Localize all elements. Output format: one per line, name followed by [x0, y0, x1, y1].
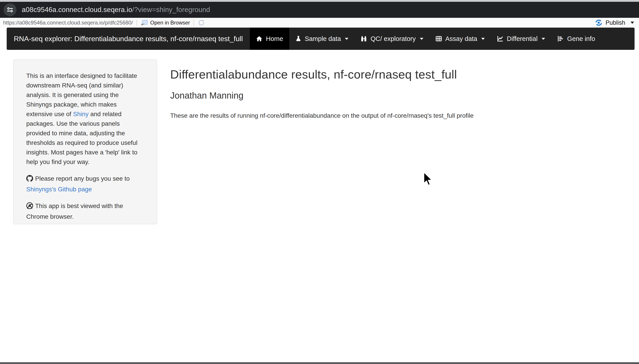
url-path: /?view=shiny_foreground	[132, 6, 210, 14]
intro-paragraph: This is an interface designed to facilit…	[26, 71, 144, 167]
shinyngs-github-link[interactable]: Shinyngs's Github page	[26, 186, 92, 193]
github-icon	[26, 175, 33, 184]
nav-item-assay-data[interactable]: Assay data	[430, 28, 491, 50]
nav-item-qc-exploratory[interactable]: QC/ exploratory	[354, 28, 429, 50]
chrome-icon	[26, 202, 33, 212]
table-icon	[436, 36, 442, 42]
url-host: a08c9546a.connect.cloud.seqera.io	[22, 6, 132, 14]
address-text[interactable]: a08c9546a.connect.cloud.seqera.io/?view=…	[22, 6, 210, 14]
line-chart-icon	[497, 36, 504, 42]
refresh-button[interactable]	[198, 19, 205, 26]
nav-item-gene-info[interactable]: Gene info	[551, 28, 601, 50]
page-description: These are the results of running nf-core…	[170, 112, 517, 119]
mouse-cursor	[422, 172, 435, 186]
page-title: Differentialabundance results, nf-core/r…	[170, 68, 517, 81]
flask-icon	[295, 36, 302, 42]
intro-text-after: and related packages. Use the various pa…	[26, 110, 138, 165]
browser-url-bar[interactable]: a08c9546a.connect.cloud.seqera.io/?view=…	[0, 2, 639, 18]
open-in-browser-icon	[140, 19, 148, 26]
nav-item-label: Differential	[507, 35, 538, 42]
window-bottom-edge	[0, 362, 639, 364]
tune-icon	[6, 6, 14, 14]
chrome-note-text: This app is best viewed with the Chrome …	[26, 202, 123, 220]
nav-item-label: Gene info	[567, 35, 595, 42]
navbar-brand[interactable]: RNA-seq explorer: Differentialabundance …	[7, 28, 250, 50]
nav-item-label: Home	[266, 35, 283, 42]
deployed-app-url: https://a08c9546a.connect.cloud.seqera.i…	[3, 20, 133, 26]
chrome-note-paragraph: This app is best viewed with the Chrome …	[26, 201, 144, 222]
nav-items: Home Sample data QC/ exploratory	[250, 28, 601, 50]
publish-caret-icon[interactable]	[630, 22, 634, 24]
chevron-down-icon	[420, 38, 424, 40]
bug-report-paragraph: Please report any bugs you see to Shinyn…	[26, 174, 144, 194]
window-top-edge	[0, 0, 639, 2]
nav-item-label: Assay data	[446, 35, 477, 42]
home-icon	[256, 36, 262, 42]
toolbar-separator	[136, 19, 137, 26]
chevron-down-icon	[481, 38, 485, 40]
bar-chart-icon	[557, 36, 564, 42]
nav-item-differential[interactable]: Differential	[491, 28, 551, 50]
connect-toolbar: https://a08c9546a.connect.cloud.seqera.i…	[0, 18, 639, 28]
toolbar-separator	[194, 19, 194, 26]
shiny-link[interactable]: Shiny	[73, 110, 88, 118]
publish-button[interactable]: Publish	[594, 19, 634, 27]
chevron-down-icon	[542, 38, 545, 40]
nav-item-label: QC/ exploratory	[370, 35, 416, 42]
main-content: Differentialabundance results, nf-core/r…	[170, 60, 517, 119]
refresh-icon	[198, 19, 205, 26]
page-author: Jonathan Manning	[170, 90, 517, 100]
chevron-down-icon	[345, 38, 348, 40]
publish-label: Publish	[606, 19, 625, 26]
bug-report-text: Please report any bugs you see to	[35, 175, 130, 182]
binoculars-icon	[360, 36, 367, 42]
nav-item-label: Sample data	[305, 35, 341, 42]
publish-icon	[594, 19, 603, 27]
site-settings-button[interactable]	[4, 3, 16, 16]
sidebar-info-panel: This is an interface designed to facilit…	[13, 60, 157, 224]
open-in-browser-button[interactable]: Open in Browser	[140, 19, 190, 26]
app-navbar: RNA-seq explorer: Differentialabundance …	[7, 28, 634, 50]
nav-item-home[interactable]: Home	[250, 28, 289, 50]
open-in-browser-label: Open in Browser	[150, 20, 190, 26]
nav-item-sample-data[interactable]: Sample data	[289, 28, 355, 50]
